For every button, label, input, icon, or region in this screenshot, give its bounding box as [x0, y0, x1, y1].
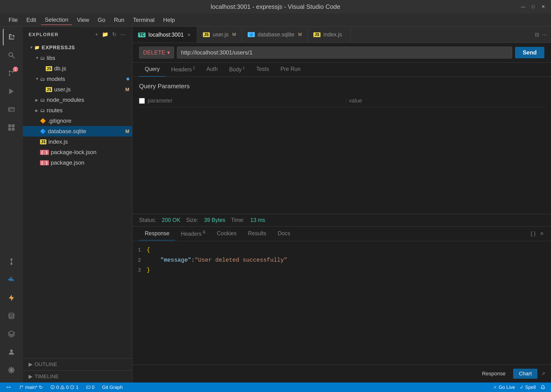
req-tab-query[interactable]: Query: [139, 63, 165, 77]
sidebar-header: EXPLORER + 📁 ↻ ⋯: [23, 27, 132, 42]
tree-item-indexjs[interactable]: ▶ JS index.js: [23, 137, 132, 147]
outline-section[interactable]: ▶ OUTLINE: [23, 358, 132, 370]
resp-tab-results[interactable]: Results: [242, 227, 272, 240]
resp-tab-headers[interactable]: Headers 6: [175, 226, 211, 241]
activity-bar: 2: [0, 27, 23, 383]
menu-file[interactable]: File: [5, 15, 22, 25]
resp-tab-response[interactable]: Response: [139, 227, 175, 240]
title-bar: localhost:3001 - expressjs - Visual Stud…: [0, 0, 551, 13]
activity-git[interactable]: [3, 253, 20, 270]
tree-item-packagejson[interactable]: ▶ { } package.json: [23, 157, 132, 168]
error-icon: [50, 385, 55, 389]
url-input[interactable]: [177, 47, 512, 58]
menu-go[interactable]: Go: [94, 15, 109, 25]
req-tab-body[interactable]: Body 1: [223, 63, 250, 77]
expand-icon[interactable]: ↗: [541, 371, 545, 377]
maximize-button[interactable]: □: [530, 4, 536, 10]
status-git-graph[interactable]: Git Graph: [100, 383, 125, 392]
resp-tab-docs[interactable]: Docs: [272, 227, 296, 240]
tree-item-database[interactable]: ▶ 🔷 database.sqlite M: [23, 126, 132, 137]
minimize-button[interactable]: —: [520, 4, 526, 10]
activity-docker[interactable]: [3, 271, 20, 288]
menu-edit[interactable]: Edit: [23, 15, 40, 25]
status-spell[interactable]: ✓ Spell: [518, 384, 538, 390]
collapse-all-button[interactable]: ⋯: [119, 30, 126, 39]
chart-toggle-button[interactable]: Chart: [513, 369, 537, 379]
tree-item-routes[interactable]: ▶ 🗂 routes: [23, 105, 132, 116]
status-go-live[interactable]: Go Live: [491, 385, 517, 390]
activity-thunder[interactable]: [3, 289, 20, 306]
tree-item-models[interactable]: ▼ 🗂 models: [23, 74, 132, 84]
tests-tab-label: Tests: [256, 66, 269, 72]
git-graph-label: Git Graph: [102, 385, 123, 390]
menu-view[interactable]: View: [73, 15, 93, 25]
refresh-button[interactable]: ↻: [111, 30, 117, 39]
status-notifications[interactable]: [539, 385, 547, 390]
response-toggle-button[interactable]: Response: [478, 369, 509, 379]
run-icon: [8, 88, 15, 95]
tree-item-libs[interactable]: ▼ 🗂 libs: [23, 53, 132, 63]
body-tab-label: Body 1: [229, 66, 245, 73]
status-git-branch[interactable]: main* ↻: [17, 383, 45, 392]
activity-account[interactable]: [3, 343, 20, 361]
status-remote[interactable]: [4, 383, 13, 392]
status-errors[interactable]: 0 0 1: [49, 383, 80, 392]
activity-extensions[interactable]: [3, 119, 20, 136]
resp-tab-cookies[interactable]: Cookies: [211, 227, 242, 240]
req-tab-auth[interactable]: Auth: [201, 63, 223, 77]
status-right: Go Live ✓ Spell: [491, 384, 547, 390]
wrap-button[interactable]: ≡: [539, 230, 544, 238]
userjs-lang-icon: JS: [46, 87, 52, 92]
tree-item-dbjs[interactable]: ▶ JS db.js: [23, 63, 132, 74]
nodemodules-icon: 🗂: [40, 97, 45, 103]
close-button[interactable]: ✕: [540, 4, 546, 10]
param-checkbox[interactable]: [139, 98, 145, 104]
code-line-3: 3 }: [132, 265, 551, 275]
menu-run[interactable]: Run: [110, 15, 128, 25]
size-value: 39 Bytes: [204, 217, 225, 223]
activity-remote[interactable]: [3, 101, 20, 118]
menu-help[interactable]: Help: [159, 15, 179, 25]
timeline-section[interactable]: ▶ TIMELINE: [23, 370, 132, 383]
tab-thunder[interactable]: TC localhost:3001 ✕: [132, 27, 197, 42]
sidebar-header-actions: + 📁 ↻ ⋯: [94, 30, 126, 39]
tab-database[interactable]: 🔷 database.sqlite M: [242, 27, 308, 42]
activity-search[interactable]: [3, 47, 20, 64]
tree-item-packagelock[interactable]: ▶ { } package-lock.json: [23, 147, 132, 157]
activity-run[interactable]: [3, 83, 20, 100]
param-value-input[interactable]: [349, 98, 544, 104]
activity-source-control[interactable]: 2: [3, 65, 20, 82]
activity-database[interactable]: [3, 307, 20, 324]
outline-label: OUTLINE: [35, 361, 57, 367]
tree-item-nodemodules[interactable]: ▶ 🗂 node_modules: [23, 95, 132, 105]
tab-index[interactable]: JS index.js: [308, 27, 351, 42]
tab-user[interactable]: JS user.js M: [197, 27, 242, 42]
param-name-input[interactable]: [148, 98, 343, 104]
svg-rect-5: [9, 37, 12, 37]
tree-item-gitignore[interactable]: ▶ 🔶 .gitignore: [23, 116, 132, 126]
svg-point-34: [20, 388, 21, 389]
headers-tab-label: Headers 2: [171, 66, 195, 73]
split-editor-button[interactable]: ⊟: [535, 32, 539, 38]
method-select[interactable]: DELETE ▾: [139, 47, 174, 58]
format-json-button[interactable]: { }: [530, 230, 537, 238]
req-tab-headers[interactable]: Headers 2: [165, 63, 201, 77]
new-folder-button[interactable]: 📁: [101, 30, 109, 39]
thunder-tab-close[interactable]: ✕: [187, 32, 191, 38]
req-tab-tests[interactable]: Tests: [250, 63, 275, 77]
activity-explorer[interactable]: [3, 28, 20, 46]
tree-root[interactable]: ▼ 📁 EXPRESSJS: [23, 42, 132, 53]
status-ports[interactable]: 0: [84, 383, 96, 392]
models-arrow: ▼: [35, 77, 39, 81]
menu-selection[interactable]: Selection: [41, 15, 72, 25]
response-tab-label: Response: [145, 230, 170, 237]
req-tab-prerun[interactable]: Pre Run: [275, 63, 306, 77]
activity-settings[interactable]: [3, 362, 20, 379]
more-actions-button[interactable]: ⋯: [542, 32, 547, 38]
send-button[interactable]: Send: [515, 47, 544, 58]
new-file-button[interactable]: +: [94, 30, 99, 39]
menu-terminal[interactable]: Terminal: [129, 15, 158, 25]
activity-layers[interactable]: [3, 325, 20, 343]
tree-item-userjs[interactable]: ▶ JS user.js M: [23, 84, 132, 95]
method-value: DELETE: [143, 49, 165, 56]
